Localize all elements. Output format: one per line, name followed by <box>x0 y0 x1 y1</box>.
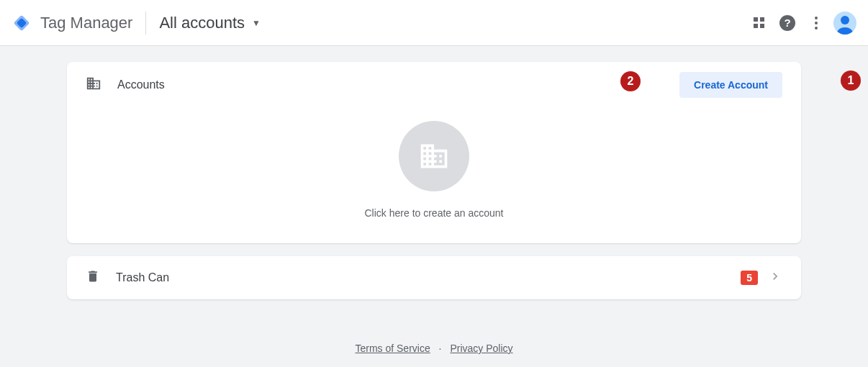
trash-title: Trash Can <box>116 271 741 284</box>
footer-separator: · <box>439 343 442 354</box>
header-icon-row: ? <box>744 9 859 37</box>
avatar[interactable] <box>831 9 859 37</box>
accounts-title: Accounts <box>117 78 679 91</box>
footer: Terms of Service · Privacy Policy <box>355 343 512 354</box>
more-icon[interactable] <box>802 9 831 37</box>
vertical-separator <box>145 12 146 35</box>
empty-state-text: Click here to create an account <box>365 207 504 219</box>
caret-down-icon: ▼ <box>252 18 261 28</box>
trash-count-badge: 5 <box>741 271 758 285</box>
app-title: Tag Manager <box>40 14 132 32</box>
empty-state-circle-icon <box>399 121 469 191</box>
empty-state[interactable]: Click here to create an account <box>67 108 801 243</box>
accounts-card-header: Accounts Create Account <box>67 62 801 108</box>
trash-icon <box>86 269 100 286</box>
help-icon[interactable]: ? <box>773 9 802 37</box>
building-icon <box>86 76 101 94</box>
scope-picker[interactable]: All accounts ▼ <box>159 14 261 32</box>
chevron-right-icon <box>768 269 782 286</box>
scope-label: All accounts <box>159 14 245 32</box>
tos-link[interactable]: Terms of Service <box>355 343 430 354</box>
logo-icon <box>12 13 32 33</box>
trash-row[interactable]: Trash Can 5 <box>67 256 801 299</box>
content-area: Accounts Create Account Click here to cr… <box>0 46 868 367</box>
accounts-card: Accounts Create Account Click here to cr… <box>67 62 801 243</box>
app-header: Tag Manager All accounts ▼ ? <box>0 0 868 46</box>
create-account-button[interactable]: Create Account <box>679 72 782 98</box>
apps-icon[interactable] <box>744 9 773 37</box>
privacy-link[interactable]: Privacy Policy <box>450 343 512 354</box>
